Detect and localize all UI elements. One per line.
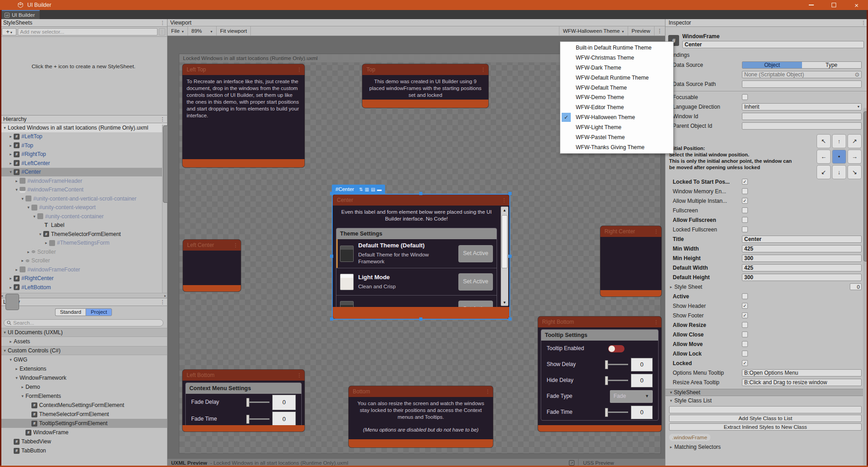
- selection-label[interactable]: #Center ⇅▥▤▬: [332, 185, 385, 194]
- fit-viewport-button[interactable]: Fit viewport: [217, 26, 251, 35]
- hierarchy-item-label[interactable]: TLabel: [0, 221, 167, 230]
- window-top-header[interactable]: Top: [362, 64, 488, 75]
- hierarchy-item-windowframecontent[interactable]: ▾#windowFrameContent: [0, 186, 167, 195]
- expander-icon[interactable]: ▾: [20, 196, 25, 201]
- preview-button[interactable]: Preview: [628, 26, 655, 35]
- theme-menu-item-wfw-editor-theme[interactable]: WFW-Editor Theme: [560, 102, 673, 112]
- tab-ui-builder[interactable]: ui UI Builder: [2, 10, 40, 19]
- library-item-custom-controls-c[interactable]: ▾Custom Controls (C#): [0, 346, 167, 355]
- hierarchy-item-unity-content-viewport[interactable]: ▾#unity-content-viewport: [0, 203, 167, 212]
- dropdown[interactable]: Fade: [610, 390, 653, 403]
- checkbox[interactable]: [742, 360, 748, 366]
- library-item-windowframework[interactable]: ▾WindowFramework: [0, 373, 167, 382]
- checkbox[interactable]: [742, 341, 748, 347]
- zoom-level-dropdown[interactable]: 89%: [188, 26, 217, 35]
- style-class-list-foldout[interactable]: ▾ Style Class List: [665, 396, 868, 405]
- hierarchy-item-windowframefooter[interactable]: ▸#windowFrameFooter: [0, 265, 167, 274]
- align-icon[interactable]: ▤: [371, 187, 375, 192]
- text-field[interactable]: B:Open Options Menu: [742, 369, 862, 377]
- set-active-button[interactable]: Set Active: [458, 301, 493, 307]
- scroll-down-icon[interactable]: ▼: [503, 299, 507, 306]
- file-menu-button[interactable]: File: [168, 26, 188, 35]
- scroll-right-icon[interactable]: ▸: [164, 294, 166, 298]
- hierarchy-item-top[interactable]: ▸##Top: [0, 141, 167, 150]
- style-class-input[interactable]: [669, 406, 862, 413]
- expander-icon[interactable]: ▾: [37, 232, 43, 236]
- add-selector-input[interactable]: [18, 28, 157, 35]
- hierarchy-item-scroller[interactable]: ▸Scroller: [0, 247, 167, 256]
- selection-handle[interactable]: [330, 255, 333, 258]
- library-item-themeselectorformelement[interactable]: #ThemeSelectorFormElement: [0, 410, 167, 419]
- slider[interactable]: [605, 360, 628, 369]
- extract-inline-styles-button[interactable]: Extract Inlined Styles to New Class: [669, 423, 862, 431]
- expander-icon[interactable]: ▾: [14, 187, 20, 192]
- selection-handle[interactable]: [508, 317, 512, 321]
- checkbox[interactable]: [742, 217, 748, 223]
- hierarchy-item-locked-windows-in-all-start-locations-runtime-only-uxml[interactable]: ▾Locked Windows in all start locations (…: [0, 123, 167, 132]
- expander-icon[interactable]: ▸: [8, 276, 14, 281]
- options-menu-icon[interactable]: [297, 67, 302, 73]
- style-sheet-foldout[interactable]: ▸ Style Sheet 0: [665, 282, 868, 291]
- window-center-header[interactable]: Center: [333, 195, 509, 206]
- checkbox[interactable]: [742, 331, 748, 337]
- data-source-object-field[interactable]: None (Scriptable Object)⊙: [742, 71, 862, 78]
- dropdown[interactable]: Inherit: [742, 103, 862, 110]
- text-field[interactable]: [742, 113, 862, 120]
- library-menu-icon[interactable]: [160, 299, 165, 305]
- window-left-center-header[interactable]: Left Center: [183, 240, 241, 251]
- library-item-formelements[interactable]: ▾FormElements: [0, 392, 167, 401]
- theme-menu-item-wfw-light-theme[interactable]: WFW-Light Theme: [560, 122, 673, 132]
- hierarchy-item-leftcenter[interactable]: ▸##LeftCenter: [0, 159, 167, 168]
- theme-menu-item-wfw-thanks-giving-theme[interactable]: WFW-Thanks Giving Theme: [560, 142, 673, 152]
- object-picker-icon[interactable]: ⊙: [855, 71, 859, 78]
- checkbox[interactable]: [742, 351, 748, 357]
- expander-icon[interactable]: ▾: [2, 126, 8, 130]
- window-left-bottom-header[interactable]: Left Bottom: [183, 370, 305, 381]
- theme-menu-item-wfw-christmas-theme[interactable]: WFW-Christmas Theme: [560, 53, 673, 63]
- window-right-bottom-header[interactable]: RIght Bottom: [538, 316, 661, 327]
- library-item-extensions[interactable]: ▸Extensions: [0, 364, 167, 373]
- expander-icon[interactable]: ▸: [8, 143, 14, 148]
- library-search-input[interactable]: [13, 320, 160, 326]
- anchor-left-button[interactable]: ←: [817, 150, 831, 164]
- add-style-class-button[interactable]: Add Style Class to List: [669, 415, 862, 422]
- selection-handle[interactable]: [330, 317, 333, 321]
- slider[interactable]: [246, 415, 269, 424]
- options-menu-icon[interactable]: [485, 389, 490, 395]
- hierarchy-horizontal-scrollbar[interactable]: ◂ ▸: [0, 293, 167, 298]
- theme-dropdown-button[interactable]: WFW-Halloween Theme: [559, 26, 628, 35]
- text-field[interactable]: 300: [742, 255, 862, 262]
- window-frame-class-pill[interactable]: .windowFrame: [669, 434, 711, 441]
- window-center[interactable]: Center Even this label and form element …: [333, 195, 509, 319]
- expander-icon[interactable]: ▸: [20, 385, 25, 389]
- text-field[interactable]: 300: [742, 274, 862, 281]
- hierarchy-item-leftbottom[interactable]: ▸##LeftBottom: [0, 283, 167, 292]
- checkbox[interactable]: [742, 198, 748, 204]
- reorder-icon[interactable]: ⇅: [359, 187, 363, 192]
- expander-icon[interactable]: ▸: [8, 161, 14, 166]
- value-field[interactable]: 0: [631, 406, 653, 419]
- theme-menu-item-built-in-default-runtime-theme[interactable]: Built-in Default Runtime Theme: [560, 43, 673, 53]
- expander-icon[interactable]: ▾: [20, 394, 25, 398]
- library-item-ui-documents-uxml[interactable]: ▾UI Documents (UXML): [0, 328, 167, 337]
- hierarchy-vertical-scrollbar[interactable]: [162, 125, 167, 293]
- expander-icon[interactable]: ▾: [2, 348, 8, 353]
- options-menu-icon[interactable]: [233, 242, 238, 248]
- checkbox[interactable]: [742, 188, 748, 194]
- minimize-button[interactable]: [800, 0, 822, 10]
- expander-icon[interactable]: ▸: [8, 285, 14, 290]
- library-item-gwg[interactable]: ▾GWG: [0, 355, 167, 364]
- selection-handle[interactable]: [330, 192, 333, 195]
- expander-icon[interactable]: ▸: [14, 367, 20, 371]
- scroll-up-icon[interactable]: ▲: [503, 207, 507, 213]
- theme-menu-item-wfw-dark-theme[interactable]: WFW-Dark Theme: [560, 63, 673, 73]
- anchor-down-left-button[interactable]: ↙: [817, 165, 831, 179]
- library-tab-project[interactable]: Project: [86, 308, 112, 316]
- data-source-toggle-type[interactable]: Type: [802, 62, 862, 68]
- stylesheet-section-header[interactable]: ▾ StyleSheet: [665, 389, 868, 396]
- set-active-button[interactable]: Set Active: [458, 273, 493, 291]
- scrollbar-thumb[interactable]: [502, 215, 508, 268]
- hierarchy-item-unity-content-and-vertical-scroll-container[interactable]: ▾#unity-content-and-vertical-scroll-cont…: [0, 194, 167, 203]
- library-search-box[interactable]: [4, 319, 163, 326]
- options-menu-icon[interactable]: [654, 229, 659, 235]
